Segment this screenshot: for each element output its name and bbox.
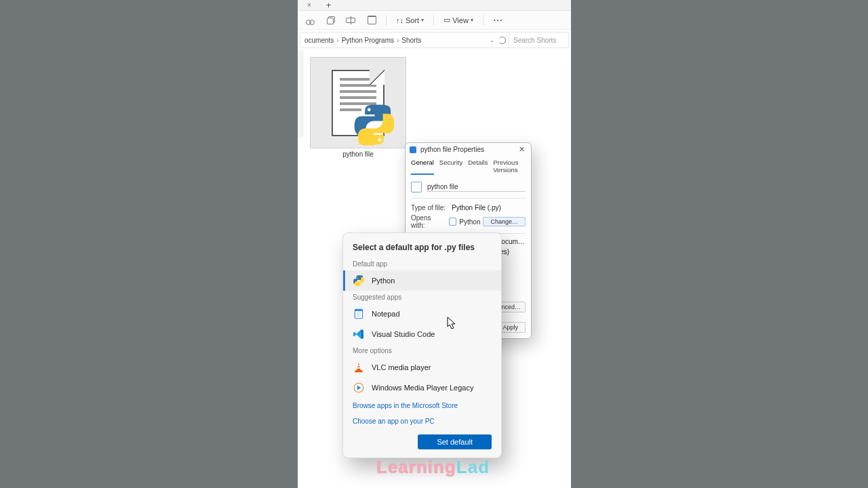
close-icon[interactable]: ✕ [517, 145, 527, 154]
copy-button[interactable] [324, 15, 336, 26]
chevron-down-icon: ▾ [421, 17, 424, 23]
svg-point-2 [356, 277, 357, 277]
app-label: VLC media player [372, 363, 431, 371]
chevron-right-icon: › [397, 37, 399, 44]
notepad-icon [353, 308, 365, 320]
svg-point-3 [360, 284, 361, 285]
dialog-title: python file Properties [420, 146, 513, 153]
vscode-icon [353, 328, 365, 340]
rename-icon [346, 16, 355, 24]
app-label: Python [372, 277, 395, 285]
tab-current[interactable]: × [298, 1, 321, 9]
cut-icon [306, 16, 315, 24]
python-icon [349, 102, 399, 147]
label: Opens with: [411, 214, 446, 229]
nav-pane[interactable] [298, 50, 303, 138]
app-item-wmp[interactable]: Windows Media Player Legacy [343, 378, 501, 398]
svg-rect-5 [355, 309, 362, 311]
close-icon[interactable]: × [304, 1, 314, 9]
crumb[interactable]: Python Programs [342, 37, 394, 44]
watermark-text: Learning [376, 457, 456, 477]
file-icon [410, 146, 416, 153]
vlc-icon [353, 361, 365, 373]
svg-point-0 [368, 108, 371, 111]
watermark-text: Lad [456, 457, 490, 477]
tab-details[interactable]: Details [468, 157, 488, 175]
svg-point-1 [378, 138, 381, 141]
app-item-python[interactable]: Python [343, 270, 501, 291]
new-tab-button[interactable]: + [321, 0, 337, 10]
crumb[interactable]: ocuments [304, 37, 334, 44]
more-button[interactable]: ⋯ [490, 14, 506, 27]
file-tile[interactable]: python file [310, 57, 406, 158]
set-default-button[interactable]: Set default [418, 434, 492, 449]
separator [483, 15, 484, 26]
tab-strip: × + [298, 0, 571, 11]
sort-label: Sort [406, 16, 419, 24]
address-bar[interactable]: ocuments › Python Programs › Shorts ⌄ Se… [300, 32, 569, 48]
dialog-titlebar[interactable]: python file Properties ✕ [406, 143, 531, 156]
choose-app-link[interactable]: Choose an app on your PC [343, 413, 501, 429]
file-label: python file [342, 150, 374, 158]
app-label: Visual Studio Code [372, 330, 435, 338]
chevron-down-icon: ▾ [471, 17, 473, 23]
view-button[interactable]: ▭ View ▾ [441, 14, 476, 26]
app-item-vlc[interactable]: VLC media player [343, 357, 501, 378]
crumb[interactable]: Shorts [401, 37, 421, 44]
tab-bar: General Security Details Previous Versio… [406, 156, 531, 175]
refresh-icon[interactable] [498, 37, 506, 44]
sort-button[interactable]: ↑↓ Sort ▾ [393, 15, 427, 26]
dialog-title: Select a default app for .py files [343, 243, 501, 258]
app-item-vscode[interactable]: Visual Studio Code [343, 324, 501, 344]
breadcrumb[interactable]: ocuments › Python Programs › Shorts [300, 37, 490, 44]
svg-rect-10 [357, 367, 361, 369]
document-icon [332, 70, 384, 136]
chevron-down-icon[interactable]: ⌄ [490, 37, 494, 43]
browse-store-link[interactable]: Browse apps in the Microsoft Store [343, 398, 501, 413]
search-input[interactable]: Search Shorts [509, 33, 568, 47]
trash-icon [368, 16, 376, 24]
cut-button[interactable] [303, 14, 317, 26]
change-button[interactable]: Change… [483, 217, 526, 226]
app-label: Notepad [372, 310, 400, 318]
rename-button[interactable] [343, 15, 358, 26]
tab-general[interactable]: General [411, 157, 434, 175]
chevron-right-icon: › [336, 37, 338, 44]
separator [386, 15, 387, 26]
app-item-notepad[interactable]: Notepad [343, 304, 501, 324]
python-icon [353, 274, 365, 287]
app-picker-dialog: Select a default app for .py files Defau… [342, 232, 502, 458]
wmp-icon [353, 382, 365, 394]
tab-security[interactable]: Security [439, 157, 462, 175]
svg-rect-9 [357, 365, 359, 367]
file-thumbnail [310, 57, 406, 148]
section-label: Suggested apps [343, 291, 501, 304]
delete-button[interactable] [365, 14, 379, 26]
python-icon [449, 218, 457, 226]
section-label: Default app [343, 258, 501, 270]
tab-previous-versions[interactable]: Previous Versions [493, 157, 526, 175]
value: Python File (.py) [452, 204, 526, 211]
view-label: View [452, 16, 469, 24]
file-icon [411, 182, 422, 192]
separator [433, 15, 434, 26]
toolbar: ↑↓ Sort ▾ ▭ View ▾ ⋯ [298, 11, 571, 30]
file-name-field[interactable]: python file [427, 183, 526, 192]
watermark: LearningLad [376, 457, 490, 478]
app-label: Windows Media Player Legacy [372, 384, 473, 392]
section-label: More options [343, 344, 501, 357]
copy-icon [327, 18, 334, 24]
label: Type of file: [411, 204, 448, 211]
value: Python [459, 218, 480, 226]
